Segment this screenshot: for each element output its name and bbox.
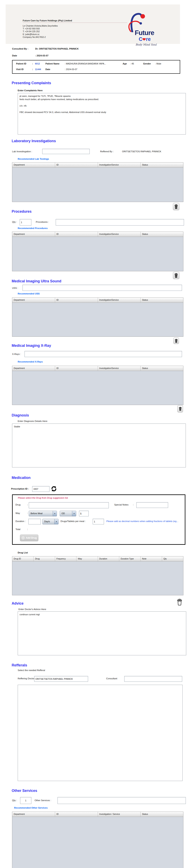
duration-label: Duration : bbox=[15, 520, 26, 522]
delete-xray-button[interactable] bbox=[177, 405, 183, 412]
delete-uss-button[interactable] bbox=[173, 338, 179, 344]
lab-investigation-input[interactable] bbox=[42, 149, 90, 154]
recommended-lab-testings-link: Recommended Lab Testings bbox=[18, 158, 49, 160]
visit-summary-page: Future C❤re Body Mind Soul Future Care b… bbox=[0, 0, 187, 868]
future-care-logo: Future C❤re Body Mind Soul bbox=[126, 10, 173, 48]
way-label: Way bbox=[15, 512, 20, 514]
column-header: Investigation/Service bbox=[98, 298, 141, 303]
diagnosis-label: Enter Diagnosis Details Here bbox=[18, 420, 47, 422]
other-services-qty-label: Qty : bbox=[12, 799, 17, 802]
advice-textarea[interactable]: continue current mgt bbox=[18, 612, 186, 655]
patient-id-value: 6012 bbox=[35, 62, 45, 65]
delete-lab-button[interactable] bbox=[173, 203, 179, 210]
prescription-id-input[interactable] bbox=[32, 486, 49, 492]
colon: : bbox=[32, 62, 35, 65]
uss-input[interactable] bbox=[23, 285, 182, 291]
section-title-presenting-complaints: Presenting Complaints bbox=[12, 81, 51, 85]
drug-list-table-body bbox=[12, 561, 183, 595]
xray-input[interactable] bbox=[25, 351, 182, 357]
drug-list-table-header: Drug ID Drug Fequency Way Duration Durat… bbox=[12, 556, 183, 561]
referred-by-value: ORITSETSETOS RAPHAEL PINNICK bbox=[122, 150, 161, 153]
recommended-uss-link: Recommended USS bbox=[18, 292, 40, 295]
column-header: Status bbox=[141, 298, 183, 303]
per-meal-input[interactable] bbox=[93, 519, 104, 524]
patient-row-1: Patient ID : 6012 Patient Name : MADHURA… bbox=[16, 62, 161, 65]
trash-icon bbox=[174, 273, 178, 278]
complaints-textarea[interactable]: pt seen, managed for ?UTI, ?PUD, ?Muscle… bbox=[18, 93, 186, 134]
procedures-table-header: Department ID Investigation/Service Stat… bbox=[12, 232, 183, 237]
other-services-input[interactable] bbox=[58, 797, 186, 804]
recommended-xray-link: Recommended X-Rays bbox=[18, 361, 43, 363]
fraction-note: Please add as decimal numbers when addin… bbox=[106, 520, 184, 522]
drug-selection-warning: Please select the Drug from Drug suggess… bbox=[18, 497, 68, 499]
column-header: Investigation/Service bbox=[98, 232, 141, 237]
trash-icon bbox=[174, 205, 178, 209]
column-header: Department bbox=[12, 812, 55, 817]
frequency-qty-input[interactable] bbox=[79, 511, 89, 516]
column-header: Drug ID bbox=[12, 556, 34, 561]
patient-id-label: Patient ID bbox=[16, 62, 32, 65]
xray-label: X-Rays : bbox=[12, 353, 21, 355]
section-title-medication: Medication bbox=[12, 476, 31, 480]
column-header: Status bbox=[141, 366, 183, 371]
column-header: Status bbox=[141, 232, 183, 237]
column-header: Investigation/Service bbox=[98, 162, 141, 167]
consultant-input[interactable] bbox=[124, 676, 182, 682]
referring-doctor-label: Reffering Doctor bbox=[18, 677, 35, 680]
procedures-qty-input[interactable] bbox=[20, 219, 31, 225]
diagnosis-textarea[interactable]: Stable bbox=[12, 424, 186, 467]
lab-investigation-label: Lab Investingation : bbox=[12, 150, 32, 153]
delete-procedures-button[interactable] bbox=[173, 272, 179, 279]
special-notes-input[interactable] bbox=[136, 502, 168, 508]
drug-input[interactable] bbox=[29, 502, 109, 508]
section-title-diagnosis: Diagnosis bbox=[12, 413, 29, 417]
colon: : bbox=[133, 503, 134, 506]
add-drug-button[interactable]: Add Drug bbox=[20, 534, 38, 541]
recommended-other-services-link: Recommended Other Services bbox=[14, 807, 48, 809]
visit-date-label: Date bbox=[45, 68, 65, 70]
column-header: Department bbox=[12, 162, 55, 167]
duration-unit-dropdown[interactable]: Day/s ▼ bbox=[42, 519, 59, 524]
complaints-label: Enter Complaints Here bbox=[18, 89, 43, 92]
trash-icon bbox=[179, 407, 182, 411]
column-header: ID bbox=[55, 812, 98, 817]
header-band: Future C❤re Body Mind Soul Future Care b… bbox=[6, 4, 180, 44]
visit-id-label: Visit ID bbox=[16, 68, 32, 70]
column-header: ID bbox=[55, 162, 98, 167]
procedures-qty-label: Qty : bbox=[12, 221, 17, 223]
referral-list-box[interactable] bbox=[18, 685, 183, 781]
lab-table-body bbox=[12, 167, 183, 202]
column-header: Duration bbox=[98, 556, 119, 561]
delete-advice-button[interactable] bbox=[177, 598, 183, 606]
drug-list-table: Drug ID Drug Fequency Way Duration Durat… bbox=[12, 556, 183, 595]
duration-input[interactable] bbox=[28, 519, 41, 524]
frequency-dropdown[interactable]: OD ▼ bbox=[60, 511, 76, 516]
referring-doctor-input[interactable] bbox=[34, 676, 88, 682]
uss-table-body bbox=[12, 303, 183, 337]
patient-row-2: Visit ID : 11444 Date : 2024-03-07 bbox=[16, 68, 77, 70]
chevron-down-icon: ▼ bbox=[54, 519, 58, 524]
other-services-qty-input[interactable] bbox=[20, 797, 31, 804]
uss-table: Department ID Investigation/Service Stat… bbox=[12, 298, 183, 337]
heart-icon: ❤ bbox=[142, 37, 146, 42]
procedures-input[interactable] bbox=[56, 219, 184, 225]
lab-table-header: Department ID Investigation/Service Stat… bbox=[12, 162, 183, 167]
refresh-prescription-button[interactable] bbox=[51, 486, 57, 492]
gender-value: : Male bbox=[155, 62, 161, 65]
column-header: Way bbox=[76, 556, 98, 561]
way-dropdown[interactable]: Before Meal ▼ bbox=[29, 511, 57, 516]
visit-id-value: 11444 bbox=[35, 68, 45, 70]
section-title-procedures: Procedures bbox=[12, 210, 32, 214]
lab-table: Department ID Investigation/Service Stat… bbox=[12, 162, 183, 202]
company-phone-2: T: +24 84 225 252 bbox=[23, 30, 40, 33]
consult-date-row: Date : 2024-03-07 bbox=[12, 54, 48, 57]
column-header: ID bbox=[55, 232, 98, 237]
column-header: Fequency bbox=[55, 556, 76, 561]
company-address: Le Chainter,Victoria,Mahe,Seychelles bbox=[23, 25, 58, 27]
drug-list-label: Drug List bbox=[18, 551, 28, 554]
total-label: Total bbox=[15, 528, 20, 530]
xray-table: Department ID Investigation/Service Stat… bbox=[12, 366, 183, 405]
section-title-other-services: Other Services bbox=[12, 789, 37, 793]
colon: : bbox=[27, 528, 28, 530]
refresh-icon bbox=[51, 486, 57, 492]
